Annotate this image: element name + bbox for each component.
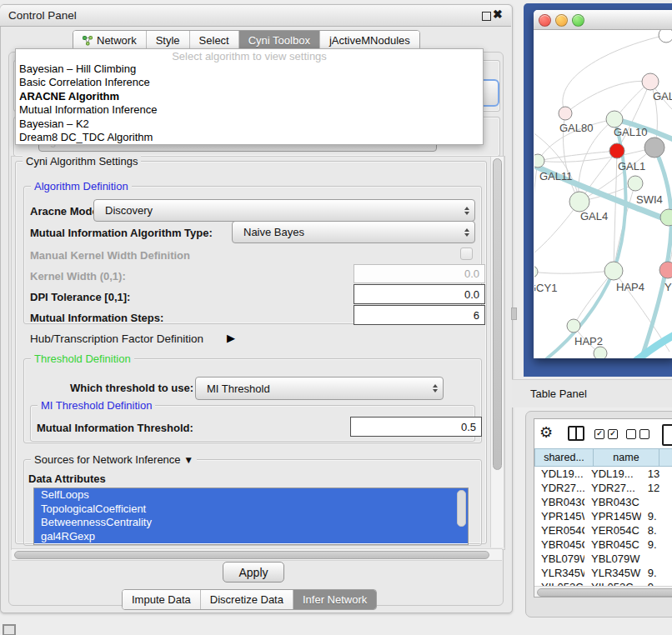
algorithm-option-bayesian-hill-climbing[interactable]: Bayesian – Hill Climbing — [16, 62, 483, 76]
gear-icon[interactable]: ⚙ — [539, 423, 553, 442]
network-node-hap4[interactable] — [604, 262, 623, 280]
aracne-mode-combo[interactable]: Discovery — [93, 199, 475, 222]
tab-impute-data[interactable]: Impute Data — [123, 590, 200, 609]
network-node-swi4[interactable] — [660, 209, 672, 226]
network-node-gal11[interactable] — [534, 154, 544, 168]
zoom-traffic-light[interactable] — [572, 14, 584, 27]
network-node[interactable] — [659, 30, 672, 42]
table-toolbar: ⚙ ✓ ✓ — [534, 419, 672, 448]
mi-threshold-title: MI Threshold Definition — [38, 399, 155, 412]
close-traffic-light[interactable] — [539, 14, 551, 27]
tab-discretize-data[interactable]: Discretize Data — [200, 590, 293, 609]
table-row[interactable]: YBR043CYBR043C — [534, 495, 672, 509]
tab-style[interactable]: Style — [146, 31, 189, 50]
network-icon — [83, 36, 93, 46]
table-panel-title: Table Panel — [530, 388, 587, 400]
attribute-item-topologicalcoefficient[interactable]: TopologicalCoefficient — [34, 502, 468, 517]
combo-arrows-icon — [428, 384, 443, 392]
network-node-gcy1[interactable] — [534, 266, 538, 278]
table-header: shared...name — [534, 448, 672, 467]
table-row[interactable]: YIL052CYIL052C9 — [534, 580, 672, 586]
network-node[interactable] — [644, 138, 664, 158]
select-all-check-icon[interactable]: ✓ — [594, 429, 604, 439]
hub-definition-label: Hub/Transcription Factor Definition — [30, 332, 203, 345]
attribute-item-selfloops[interactable]: SelfLoops — [34, 488, 468, 502]
settings-horizontal-scrollbar[interactable] — [12, 548, 502, 561]
tab-network[interactable]: Network — [73, 31, 146, 50]
table-row[interactable]: YER054CYER054C8. — [534, 523, 672, 538]
import-table-icon[interactable] — [662, 424, 672, 446]
network-node-gal10[interactable] — [606, 111, 623, 128]
network-canvas[interactable]: GALGAL80GAL10GAL1GAL11GAL4SWI4GCY1HAP4YH… — [534, 30, 672, 358]
table-row[interactable]: YBR045CYBR045C9. — [534, 538, 672, 552]
manual-kernel-checkbox[interactable] — [460, 248, 473, 260]
float-panel-icon[interactable] — [482, 12, 491, 21]
columns-icon[interactable] — [568, 426, 584, 441]
settings-vertical-scrollbar[interactable] — [490, 157, 504, 548]
minimize-traffic-light[interactable] — [555, 14, 568, 27]
node-label-gal: GAL — [653, 90, 672, 102]
table-row[interactable]: YPR145WYPR145W9. — [534, 509, 672, 523]
table-row[interactable]: YDR27...YDR27...12 — [534, 481, 672, 495]
dpi-tolerance-field[interactable]: 0.0 — [354, 284, 485, 304]
table-rows: YDL19...YDL19...13YDR27...YDR27...12YBR0… — [534, 467, 672, 586]
network-node-gal80[interactable] — [559, 107, 572, 120]
select-all-check-icon-2[interactable]: ✓ — [608, 429, 618, 439]
tab-infer-network[interactable]: Infer Network — [293, 590, 376, 609]
data-attributes-list: SelfLoopsTopologicalCoefficientBetweenne… — [33, 488, 469, 545]
manual-kernel-label: Manual Kernel Width Definition — [30, 249, 190, 262]
sources-title: Sources for Network Inference ▼ — [31, 453, 197, 466]
algorithm-option-basic-correlation-inference[interactable]: Basic Correlation Inference — [16, 76, 483, 89]
expand-right-icon[interactable]: ▶ — [227, 332, 235, 344]
control-panel-title: Control Panel — [8, 9, 77, 22]
network-node-y[interactable] — [659, 262, 672, 278]
panel-grip-icon[interactable] — [3, 624, 16, 635]
column-header-name[interactable]: name — [594, 448, 659, 467]
tab-select[interactable]: Select — [189, 31, 238, 50]
splitter-handle[interactable] — [511, 308, 517, 320]
mi-steps-field[interactable]: 6 — [354, 305, 485, 325]
algorithm-option-bayesian-k2[interactable]: Bayesian – K2 — [16, 118, 483, 131]
table-row[interactable]: YBL079WYBL079W — [534, 552, 672, 566]
which-threshold-label: Which threshold to use: — [70, 382, 193, 394]
column-header-value[interactable] — [659, 448, 672, 467]
table-row[interactable]: YLR345WYLR345W9. — [534, 566, 672, 580]
algorithm-option-aracne-algorithm[interactable]: ARACNE Algorithm — [16, 90, 483, 103]
network-titlebar[interactable] — [534, 10, 672, 30]
deselect-all-icon[interactable] — [626, 429, 636, 439]
mi-type-label: Mutual Information Algorithm Type: — [30, 227, 213, 239]
network-node[interactable] — [594, 347, 607, 358]
algorithm-option-mutual-information-inference[interactable]: Mutual Information Inference — [16, 103, 483, 117]
node-label-gal10: GAL10 — [614, 126, 647, 138]
which-threshold-value: MI Threshold — [196, 382, 270, 395]
dpi-tolerance-label: DPI Tolerance [0,1]: — [30, 291, 130, 303]
control-panel-titlebar[interactable] — [0, 5, 511, 27]
collapse-down-icon[interactable]: ▼ — [183, 454, 193, 466]
mi-type-value: Naive Bayes — [233, 226, 304, 238]
network-node-gal1[interactable] — [628, 176, 643, 191]
kernel-width-field[interactable]: 0.0 — [354, 264, 485, 283]
mi-threshold-field[interactable]: 0.5 — [350, 417, 482, 437]
algorithm-option-dream8-dc-tdc-algorithm[interactable]: Dream8 DC_TDC Algorithm — [16, 131, 483, 144]
mi-threshold-label: Mutual Information Threshold: — [37, 422, 193, 434]
attribute-item-betweennesscentrality[interactable]: BetweennessCentrality — [34, 516, 468, 530]
network-node[interactable] — [609, 143, 624, 158]
node-label-gal4: GAL4 — [580, 210, 608, 222]
which-threshold-combo[interactable]: MI Threshold — [195, 377, 444, 400]
deselect-all-icon-2[interactable] — [639, 429, 649, 439]
network-node-gal4[interactable] — [569, 192, 589, 212]
tab-cyni-toolbox[interactable]: Cyni Toolbox — [238, 31, 319, 50]
apply-button[interactable]: Apply — [223, 562, 284, 582]
tab-jactivemnodules[interactable]: jActiveMNodules — [319, 31, 419, 50]
network-node-hap2[interactable] — [567, 319, 580, 332]
close-icon[interactable]: ✖ — [493, 8, 503, 21]
table-horizontal-scrollbar[interactable] — [534, 586, 672, 598]
mi-type-combo[interactable]: Naive Bayes — [232, 221, 475, 243]
network-node-gal[interactable] — [642, 73, 659, 90]
table-row[interactable]: YDL19...YDL19...13 — [534, 467, 672, 481]
list-scrollbar[interactable] — [457, 490, 466, 527]
column-header-shared[interactable]: shared... — [534, 448, 594, 467]
attribute-item-gal4rgexp[interactable]: gal4RGexp — [34, 530, 468, 544]
kernel-width-label: Kernel Width (0,1): — [30, 270, 126, 282]
mi-steps-label: Mutual Information Steps: — [30, 312, 163, 324]
